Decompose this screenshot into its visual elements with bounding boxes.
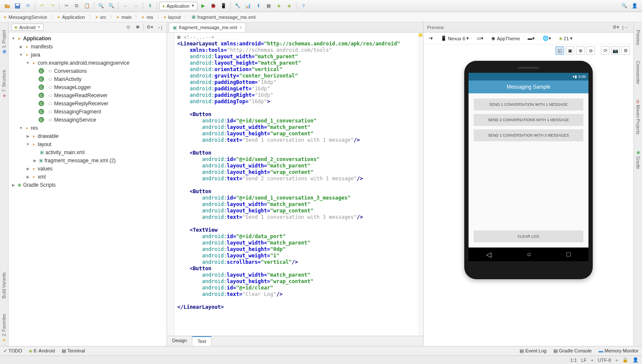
crumb[interactable]: ▸Application <box>56 14 88 20</box>
tree-app[interactable]: ▼▸Application <box>9 34 167 42</box>
warning-icon[interactable] <box>419 33 422 37</box>
inspect-icon[interactable]: 👤 <box>633 357 639 363</box>
tree-java[interactable]: ▼▸java <box>9 51 167 59</box>
config-selector[interactable]: ▫▾ <box>426 34 436 42</box>
code-editor[interactable]: ⊞ <!--...--> <LinearLayout xmlns:android… <box>175 33 423 336</box>
rail-preview[interactable]: Preview <box>635 27 641 49</box>
tree-package[interactable]: ▼▸com.example.android.messagingservice <box>9 59 167 67</box>
editor-panel: ▣ fragment_message_me.xml × ⊞ <!--...-->… <box>167 22 424 346</box>
tree-class[interactable]: c ⬭Conversations <box>9 67 167 75</box>
gear-icon[interactable]: ⚙▾ <box>145 23 155 32</box>
hide-icon[interactable]: |→ <box>621 23 630 32</box>
ddms-icon[interactable]: ▦ <box>264 1 273 11</box>
redo-icon[interactable]: ↷ <box>48 1 57 11</box>
crumb[interactable]: ▸res <box>140 14 155 20</box>
todo-tool[interactable]: ✓ TODO <box>3 348 22 354</box>
eventlog-tool[interactable]: ▤ Event Log <box>520 348 546 354</box>
tree-class[interactable]: c ⬭MessageReplyReceiver <box>9 99 167 107</box>
copy-icon[interactable]: ⧉ <box>72 1 81 11</box>
recents-key-icon: □ <box>567 251 571 258</box>
crumb[interactable]: ▸main <box>115 14 134 20</box>
tree-class[interactable]: c ⬭MessageLogger <box>9 83 167 91</box>
tree-xml[interactable]: ▶▸xml <box>9 173 167 181</box>
search-icon[interactable]: 🔍 <box>620 1 629 11</box>
tree-manifests[interactable]: ▶▸manifests <box>9 42 167 51</box>
rail-favorites[interactable]: ★2: Favorites <box>1 310 7 346</box>
attach-icon[interactable]: 📱 <box>219 1 228 11</box>
zoom-real-icon[interactable]: ▣ <box>566 46 574 55</box>
debug-icon[interactable]: 🐞 <box>209 1 218 11</box>
locale-selector[interactable]: 🌐▾ <box>540 34 554 42</box>
gradleconsole-tool[interactable]: ▤ Gradle Console <box>553 348 592 354</box>
gear-icon[interactable]: ⚙▾ <box>611 23 621 32</box>
undo-icon[interactable]: ↶ <box>37 1 47 11</box>
rail-project[interactable]: ▣1: Project <box>1 27 7 58</box>
encoding[interactable]: UTF-8 <box>598 358 611 363</box>
close-icon[interactable]: × <box>239 25 242 30</box>
crumb[interactable]: ▸src <box>94 14 109 20</box>
save-icon[interactable] <box>13 1 22 11</box>
api-selector[interactable]: ◈21▾ <box>556 34 575 42</box>
rail-commander[interactable]: Commander <box>635 57 641 88</box>
tree-class[interactable]: c ⬭MessagingService <box>9 116 167 124</box>
rail-buildvariants[interactable]: Build Variants <box>1 269 7 302</box>
paste-icon[interactable]: 📋 <box>82 1 92 11</box>
profile-icon[interactable]: 🔧 <box>233 1 242 11</box>
sdk-icon[interactable]: ⬇ <box>254 1 263 11</box>
crumb[interactable]: ▸MessagingService <box>3 14 50 20</box>
design-tab[interactable]: Design <box>167 336 192 346</box>
rail-structure[interactable]: ◈7: Structure <box>1 66 7 102</box>
tree-class[interactable]: c ⬭MessageReadReceiver <box>9 91 167 99</box>
refresh-icon[interactable]: ⟳ <box>601 46 609 55</box>
back-icon[interactable]: ← <box>121 1 130 11</box>
tree-layout[interactable]: ▼▸layout <box>9 140 167 148</box>
orientation-selector[interactable]: ▭▾ <box>474 34 486 42</box>
tree-res[interactable]: ▼▸res <box>9 124 167 132</box>
crumb[interactable]: ▸layout <box>162 14 183 20</box>
android-icon-2[interactable]: ◈ <box>274 1 284 11</box>
android-tool[interactable]: ◈ 6: Android <box>29 348 55 354</box>
open-icon[interactable] <box>3 1 12 11</box>
expand-icon[interactable]: ✱ <box>133 23 142 32</box>
tree-layout-file[interactable]: ▶▣fragment_message_me.xml (2) <box>9 156 167 164</box>
terminal-tool[interactable]: ▤ Terminal <box>62 348 85 354</box>
memory-tool[interactable]: ▬ Memory Monitor <box>598 348 639 354</box>
forward-icon[interactable]: → <box>131 1 140 11</box>
make-icon[interactable]: ⬇ <box>145 1 155 11</box>
run-icon[interactable]: ▶ <box>198 1 208 11</box>
rail-maven[interactable]: mMaven Projects <box>635 96 641 138</box>
user-icon[interactable]: 👤 <box>630 1 639 11</box>
settings-icon[interactable]: ⚙ <box>621 46 630 55</box>
cursor-pos[interactable]: 1:1 <box>570 358 577 363</box>
tree-values[interactable]: ▶▸values <box>9 164 167 173</box>
hide-icon[interactable]: →| <box>155 23 164 32</box>
activity-selector[interactable]: ▬▾ <box>525 34 537 42</box>
lock-icon[interactable]: 🔒 <box>622 357 628 363</box>
zoom-fit-icon[interactable]: ◱ <box>555 46 564 55</box>
view-selector[interactable]: ◈Android▼ <box>11 24 44 31</box>
theme-selector[interactable]: ◉AppTheme <box>489 34 523 42</box>
run-config-selector[interactable]: ♦ Application ▼ <box>159 2 197 10</box>
help-icon[interactable]: ? <box>299 1 308 11</box>
collapse-icon[interactable]: ⊙ <box>123 23 133 32</box>
editor-tab[interactable]: ▣ fragment_message_me.xml × <box>169 23 246 32</box>
replace-icon[interactable]: 🔍 <box>107 1 116 11</box>
device-selector[interactable]: 📱Nexus 6▾ <box>438 34 472 42</box>
avd-icon[interactable]: 📊 <box>243 1 253 11</box>
tree-layout-file[interactable]: ▣activity_main.xml <box>9 148 167 156</box>
sync-icon[interactable]: ⟳ <box>23 1 33 11</box>
tree-drawable[interactable]: ▶▸drawable <box>9 132 167 140</box>
zoom-in-icon[interactable]: ⊕ <box>576 46 585 55</box>
crumb[interactable]: ▣fragment_message_me.xml <box>190 14 258 20</box>
tree-class[interactable]: c ⬭MainActivity <box>9 75 167 83</box>
cut-icon[interactable]: ✂ <box>62 1 71 11</box>
android-icon-3[interactable]: ◈ <box>284 1 294 11</box>
tree-gradle[interactable]: ▶◉Gradle Scripts <box>9 181 167 189</box>
zoom-out-icon[interactable]: ⊖ <box>586 46 595 55</box>
find-icon[interactable]: 🔍 <box>96 1 106 11</box>
screenshot-icon[interactable]: 📷 <box>611 46 620 55</box>
rail-gradle[interactable]: ◉Gradle <box>635 146 641 173</box>
tree-class[interactable]: c ⬭MessagingFragment <box>9 107 167 116</box>
text-tab[interactable]: Text <box>192 336 212 346</box>
line-sep[interactable]: LF <box>581 358 587 363</box>
